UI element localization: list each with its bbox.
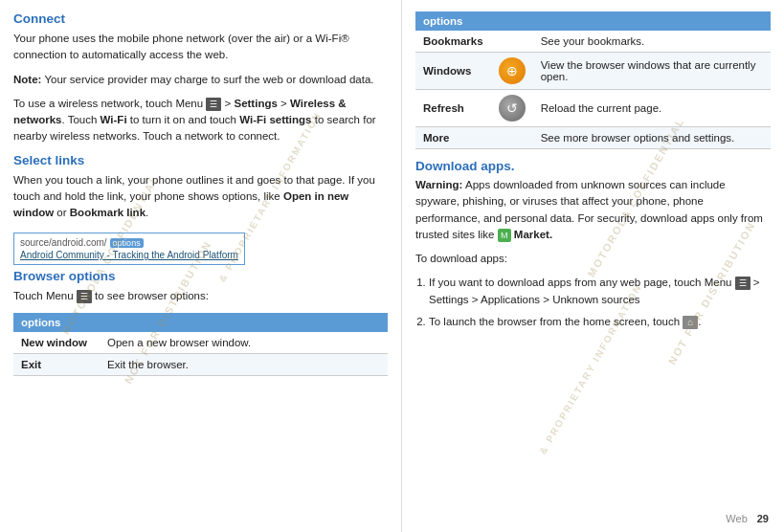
left-options-table: options New window Open a new browser wi… [13,313,388,376]
to-download-text: To download apps: [415,251,771,267]
list-item: To launch the browser from the home scre… [429,314,771,330]
browser-options-text: Touch Menu ☰ to see browser options: [13,288,388,304]
select-links-text: When you touch a link, your phone outlin… [13,172,388,222]
right-column: options Bookmarks See your bookmarks. Wi… [402,0,784,532]
option-desc: Reload the current page. [533,90,771,127]
option-label: Windows [415,53,491,90]
download-heading: Download apps. [415,159,771,173]
popup-link-title[interactable]: Android Community - Tracking the Android… [20,250,238,260]
options-tag: options [110,238,144,248]
note-body: Your service provider may charge to surf… [41,74,373,85]
connect-text: Your phone uses the mobile phone network… [13,31,388,64]
option-desc: Exit the browser. [100,353,388,375]
warning-label: Warning: [415,179,462,190]
windows-icon: ⊕ [499,57,526,84]
select-links-heading: Select links [13,153,388,167]
option-icon-cell [491,127,533,149]
option-desc: See more browser options and settings. [533,127,771,149]
connect-heading: Connect [13,11,388,26]
connect-body: Your phone uses the mobile phone network… [13,33,349,60]
market-label: Market. [514,229,552,240]
page-container: MOTOROLA CONFIDENTIAL NOT FOR DISTRIBUTI… [0,0,784,532]
table-row: Exit Exit the browser. [13,353,388,375]
option-desc: See your bookmarks. [533,31,771,53]
page-footer: Web 29 [726,513,769,524]
market-icon: M [498,229,511,242]
option-label: Refresh [415,90,491,127]
option-icon-cell [491,31,533,53]
option-label: Exit [13,353,100,375]
browser-options-heading: Browser options [13,269,388,283]
wireless-text: To use a wireless network, touch Menu ☰ … [13,96,388,145]
home-icon: ⌂ [683,316,698,329]
url-bar: source/android.com/ options [20,237,238,248]
option-desc: Open a new browser window. [100,332,388,354]
menu-icon-3: ☰ [735,277,750,290]
left-column: Connect Your phone uses the mobile phone… [0,0,402,532]
list-item: If you want to download apps from any we… [429,275,771,308]
option-desc: View the browser windows that are curren… [533,53,771,90]
right-options-header: options [415,11,771,31]
option-icon-cell: ⊕ [491,53,533,90]
table-row: Windows ⊕ View the browser windows that … [415,53,771,90]
menu-icon-2: ☰ [77,290,92,303]
web-label: Web [726,513,747,524]
option-label: New window [13,332,100,354]
table-row: Refresh ↺ Reload the current page. [415,90,771,127]
table-row: New window Open a new browser window. [13,332,388,354]
note-label: Note: [13,74,41,85]
link-popup: source/android.com/ options Android Comm… [13,233,245,265]
refresh-icon: ↺ [499,95,526,122]
table-row: Bookmarks See your bookmarks. [415,31,771,53]
download-steps-list: If you want to download apps from any we… [415,275,771,330]
download-section: Download apps. Warning: Apps downloaded … [415,159,771,330]
right-options-table: options Bookmarks See your bookmarks. Wi… [415,11,771,149]
option-label: More [415,127,491,149]
popup-url: source/android.com/ [20,237,107,248]
option-icon-cell: ↺ [491,90,533,127]
option-label: Bookmarks [415,31,491,53]
table-row: More See more browser options and settin… [415,127,771,149]
left-options-header: options [13,313,388,332]
note-text: Note: Your service provider may charge t… [13,72,388,88]
menu-icon: ☰ [206,98,221,111]
warning-body: Apps downloaded from unknown sources can… [415,179,763,240]
page-number: 29 [757,513,769,524]
warning-text: Warning: Apps downloaded from unknown so… [415,177,771,243]
